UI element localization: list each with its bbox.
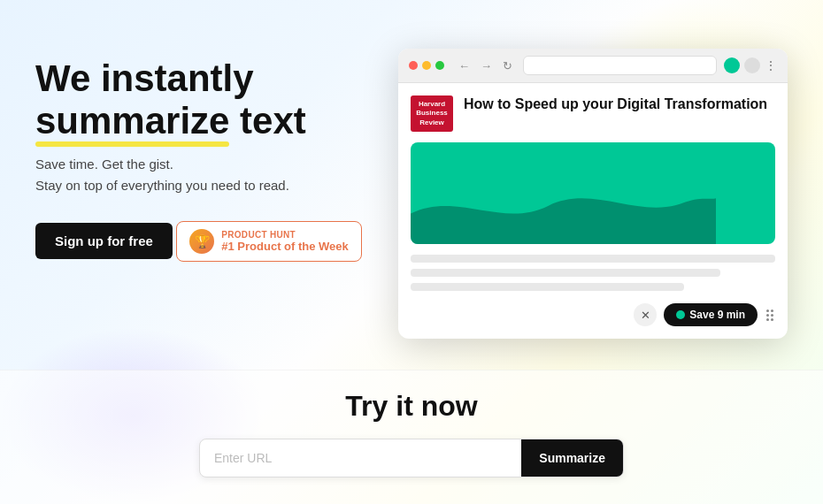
nav-forward[interactable]: → (477, 57, 496, 74)
article-line-3 (411, 283, 684, 291)
nav-back[interactable]: ← (455, 57, 473, 74)
extension-icon-gray[interactable] (744, 57, 760, 73)
browser-mockup: ← → ↻ ⋮ (398, 49, 788, 339)
article-image (411, 142, 775, 244)
drag-handle[interactable] (765, 308, 775, 323)
article-lines (411, 255, 775, 291)
hero-title-highlight: summarize (35, 100, 229, 142)
ph-label: Product Hunt (221, 230, 349, 240)
product-hunt-text: Product Hunt #1 Product of the Week (221, 230, 349, 253)
close-button[interactable]: ✕ (634, 303, 657, 326)
hero-section: We instantly summarize text Save time. G… (0, 0, 823, 370)
save-dot-icon (676, 310, 685, 319)
url-input[interactable] (200, 439, 521, 477)
hero-subtitle-line1: Save time. Get the gist. (35, 157, 173, 172)
summarize-button[interactable]: Summarize (521, 439, 623, 477)
hbr-logo: Harvard Business Review (411, 95, 453, 132)
trophy-icon: 🏆 (189, 229, 214, 254)
browser-window: ← → ↻ ⋮ (398, 49, 788, 339)
browser-content: Harvard Business Review How to Speed up … (398, 83, 788, 339)
ph-rank: #1 Product of the Week (221, 240, 349, 253)
hero-subtitle: Save time. Get the gist. Stay on top of … (35, 154, 381, 196)
article-title: How to Speed up your Digital Transformat… (464, 95, 767, 114)
nav-refresh[interactable]: ↻ (499, 57, 516, 74)
product-hunt-badge[interactable]: 🏆 Product Hunt #1 Product of the Week (176, 221, 362, 262)
browser-extensions: ⋮ (724, 57, 777, 73)
hero-subtitle-line2: Stay on top of everything you need to re… (35, 178, 289, 193)
url-form: Summarize (199, 439, 624, 477)
browser-action-bar: ✕ Save 9 min (411, 303, 775, 326)
hero-title-start: We instantly (35, 57, 254, 99)
dot-red[interactable] (409, 61, 418, 70)
address-bar[interactable] (523, 56, 717, 75)
try-title: Try it now (35, 390, 788, 423)
article-line-2 (411, 269, 720, 277)
try-section: Try it now Summarize (0, 370, 823, 504)
article-line-1 (411, 255, 775, 263)
save-label: Save 9 min (689, 309, 745, 321)
hero-left: We instantly summarize text Save time. G… (35, 49, 381, 279)
article-header: Harvard Business Review How to Speed up … (411, 95, 775, 132)
browser-toolbar: ← → ↻ ⋮ (398, 49, 788, 83)
extension-icon-green[interactable] (724, 57, 740, 73)
browser-dots (409, 61, 444, 70)
hero-title: We instantly summarize text (35, 57, 381, 143)
dot-green[interactable] (435, 61, 444, 70)
browser-menu-icon[interactable]: ⋮ (765, 58, 777, 73)
browser-nav: ← → ↻ (455, 57, 516, 74)
signup-button[interactable]: Sign up for free (35, 223, 173, 259)
save-summary-button[interactable]: Save 9 min (664, 303, 758, 326)
dot-yellow[interactable] (422, 61, 431, 70)
hero-title-end: text (229, 100, 305, 141)
